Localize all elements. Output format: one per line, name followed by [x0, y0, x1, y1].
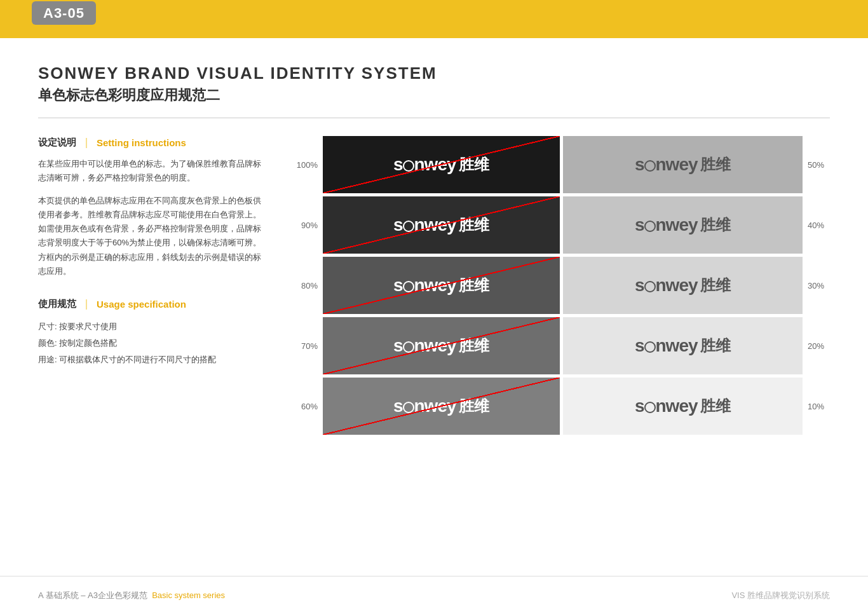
usage-heading: 使用规范 ｜ Usage specification	[38, 297, 267, 311]
pct-label-right: 20%	[808, 341, 830, 351]
usage-item-2: 颜色: 按制定颜色搭配	[38, 335, 267, 351]
logo-pair-row: 100% snwey 胜维 snwey 胜维 50%	[292, 136, 830, 193]
logo-pair-left: 100% snwey 胜维	[292, 136, 560, 193]
setting-heading-en: Setting instructions	[97, 137, 186, 148]
footer-right: VIS 胜维品牌视觉识别系统	[731, 590, 830, 601]
usage-list: 尺寸: 按要求尺寸使用 颜色: 按制定颜色搭配 用途: 可根据载体尺寸的不同进行…	[38, 318, 267, 368]
logo-box-right: snwey 胜维	[563, 196, 803, 254]
footer-left: A 基础系统 – A3企业色彩规范 Basic system series	[38, 590, 225, 601]
title-zh: 单色标志色彩明度应用规范二	[38, 86, 830, 105]
logo-box-left: snwey 胜维	[323, 257, 560, 314]
logo-pair-left: 90% snwey 胜维	[292, 196, 560, 254]
logo-box-right: snwey 胜维	[563, 317, 803, 374]
title-en: SONWEY BRAND VISUAL IDENTITY SYSTEM	[38, 64, 830, 83]
setting-instructions-heading: 设定说明 ｜ Setting instructions	[38, 136, 267, 149]
usage-item-1: 尺寸: 按要求尺寸使用	[38, 318, 267, 335]
logo-pair-right: snwey 胜维 50%	[563, 136, 831, 193]
usage-divider: ｜	[81, 297, 92, 311]
pct-label-right: 40%	[808, 221, 830, 230]
logo-box-left: snwey 胜维	[323, 317, 560, 374]
content-row: 设定说明 ｜ Setting instructions 在某些应用中可以使用单色…	[38, 136, 830, 435]
title-section: SONWEY BRAND VISUAL IDENTITY SYSTEM 单色标志…	[38, 64, 830, 105]
top-bar: A3-05	[0, 0, 868, 38]
logo-pair-right: snwey 胜维 40%	[563, 196, 831, 254]
footer-left-text: A 基础系统 – A3企业色彩规范	[38, 590, 147, 600]
logo-box-left: snwey 胜维	[323, 136, 560, 193]
footer: A 基础系统 – A3企业色彩规范 Basic system series VI…	[0, 576, 868, 614]
left-col: 设定说明 ｜ Setting instructions 在某些应用中可以使用单色…	[38, 136, 267, 435]
logo-pair-left: 80% snwey 胜维	[292, 257, 560, 314]
logo-pair-row: 80% snwey 胜维 snwey 胜维 30%	[292, 257, 830, 314]
logo-pair-right: snwey 胜维 20%	[563, 317, 831, 374]
pct-label-right: 50%	[808, 160, 830, 170]
pct-label-right: 10%	[808, 402, 830, 411]
heading-divider: ｜	[81, 136, 92, 149]
page-badge: A3-05	[32, 1, 96, 25]
usage-heading-en: Usage specification	[97, 299, 186, 310]
logo-box-left: snwey 胜维	[323, 196, 560, 254]
setting-para-2: 本页提供的单色品牌标志应用在不同高度灰色背景上的色板供使用者参考。胜维教育品牌标…	[38, 194, 267, 278]
pct-label-left: 90%	[292, 221, 318, 230]
footer-left-highlight: Basic system series	[152, 590, 225, 600]
main-content: SONWEY BRAND VISUAL IDENTITY SYSTEM 单色标志…	[0, 38, 868, 576]
logo-pair-left: 60% snwey 胜维	[292, 378, 560, 435]
logo-pair-row: 70% snwey 胜维 snwey 胜维 20%	[292, 317, 830, 374]
logo-pair-right: snwey 胜维 30%	[563, 257, 831, 314]
setting-heading-zh: 设定说明	[38, 137, 76, 149]
logo-box-right: snwey 胜维	[563, 257, 803, 314]
logo-pair-row: 90% snwey 胜维 snwey 胜维 40%	[292, 196, 830, 254]
setting-para-1: 在某些应用中可以使用单色的标志。为了确保胜维教育品牌标志清晰可辨，务必严格控制背…	[38, 157, 267, 185]
logo-pair-left: 70% snwey 胜维	[292, 317, 560, 374]
logo-box-right: snwey 胜维	[563, 136, 803, 193]
logo-pair-row: 60% snwey 胜维 snwey 胜维 10%	[292, 378, 830, 435]
pct-label-left: 100%	[292, 160, 318, 170]
right-col: 100% snwey 胜维 snwey 胜维 50%90% snwey 胜维 s…	[292, 136, 830, 435]
pct-label-left: 70%	[292, 341, 318, 351]
pct-label-right: 30%	[808, 281, 830, 290]
pct-label-left: 60%	[292, 402, 318, 411]
usage-heading-zh: 使用规范	[38, 298, 76, 310]
badge-container: A3-05	[32, 5, 96, 22]
divider	[38, 118, 830, 118]
logo-box-left: snwey 胜维	[323, 378, 560, 435]
usage-item-3: 用途: 可根据载体尺寸的不同进行不同尺寸的搭配	[38, 351, 267, 368]
logo-grid-table: 100% snwey 胜维 snwey 胜维 50%90% snwey 胜维 s…	[292, 136, 830, 435]
usage-section: 使用规范 ｜ Usage specification 尺寸: 按要求尺寸使用 颜…	[38, 297, 267, 368]
logo-box-right: snwey 胜维	[563, 378, 803, 435]
logo-pair-right: snwey 胜维 10%	[563, 378, 831, 435]
pct-label-left: 80%	[292, 281, 318, 290]
